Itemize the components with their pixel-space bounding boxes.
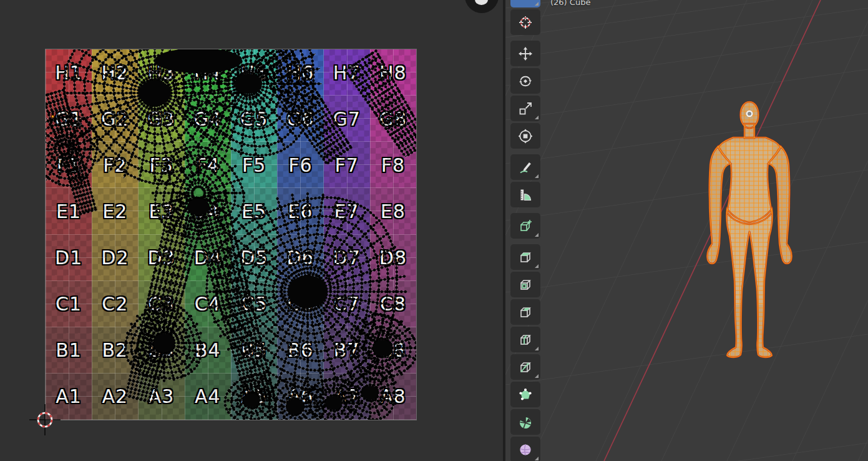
floor-grid-line (792, 0, 868, 461)
model-cube-edit-mode[interactable] (702, 99, 797, 361)
tool-loop-cut-button[interactable] (510, 327, 540, 352)
uv-mesh-dense-blob (187, 199, 210, 215)
scale-icon (518, 101, 533, 116)
floor-grid-line (505, 69, 868, 120)
floor-grid-line (858, 0, 868, 461)
uv-2d-cursor-icon[interactable] (29, 404, 61, 435)
tool-add-cube-button[interactable] (510, 213, 540, 239)
move-icon (518, 46, 533, 61)
add-cube-icon (518, 219, 533, 234)
tweak-select-icon (518, 0, 533, 2)
blender-window: H1H2H3H4H5H6H7H8G1G2G3G4G5G6G7G8F1F2F3F4… (0, 0, 868, 461)
tool-poly-build-button[interactable] (510, 382, 540, 407)
tool-spin-button[interactable] (510, 409, 540, 435)
floor-grid-line (505, 170, 868, 221)
smooth-icon (518, 442, 533, 457)
transform-icon (518, 129, 533, 144)
uv-mesh-dense-blob (139, 81, 171, 106)
viewport-toolbar (510, 0, 540, 461)
tool-bevel-button[interactable] (510, 299, 540, 325)
floor-grid-line (505, 443, 868, 461)
floor-grid-line (505, 113, 868, 164)
uv-mesh-dense-blob (243, 394, 260, 407)
tool-knife-button[interactable] (510, 354, 540, 380)
uv-mesh-dense-blob (154, 334, 175, 352)
viewport-header-text: (26) Cube (550, 0, 590, 7)
tool-scale-button[interactable] (510, 96, 540, 121)
tool-smooth-button[interactable] (510, 437, 540, 461)
submenu-corner-triangle-icon (535, 264, 539, 268)
measure-icon (518, 187, 533, 202)
uv-mesh-dense-blob (373, 340, 392, 356)
submenu-corner-triangle-icon (535, 233, 539, 237)
rotate-icon (518, 74, 533, 89)
submenu-corner-triangle-icon (535, 2, 539, 6)
tool-inset-faces-button[interactable] (510, 272, 540, 297)
model-forehead-marker-icon (747, 111, 752, 116)
tool-measure-button[interactable] (510, 182, 540, 207)
tool-annotate-button[interactable] (510, 154, 540, 180)
spin-icon (518, 415, 533, 430)
uv-selected-vertex[interactable] (51, 115, 54, 118)
cursor-icon (518, 15, 533, 30)
submenu-corner-triangle-icon (535, 457, 539, 460)
inset-faces-icon (518, 277, 533, 292)
floor-grid-line (505, 35, 868, 86)
uv-mesh-dense-blob (326, 396, 342, 410)
uv-mesh-dense-blob (286, 399, 305, 414)
submenu-corner-triangle-icon (535, 174, 539, 178)
submenu-corner-triangle-icon (535, 347, 539, 350)
bevel-icon (518, 305, 533, 320)
knife-icon (518, 360, 533, 375)
poly-build-icon (518, 387, 533, 402)
uv-mesh-dense-blob (362, 386, 378, 400)
annotate-icon (518, 160, 533, 175)
loop-cut-icon (518, 332, 533, 347)
uv-mesh-dense-blob (288, 275, 328, 308)
tool-tweak-select-button[interactable] (510, 0, 540, 7)
viewport-3d[interactable]: (26) Cube (505, 0, 868, 461)
extrude-region-icon (518, 250, 533, 265)
tool-cursor-button[interactable] (510, 9, 540, 35)
uv-mesh-dense-blob (235, 74, 262, 94)
tool-transform-button[interactable] (510, 123, 540, 149)
uv-mesh-layer-bead (46, 49, 416, 420)
tool-rotate-button[interactable] (510, 68, 540, 94)
tool-move-button[interactable] (510, 41, 540, 66)
submenu-corner-triangle-icon (535, 374, 539, 378)
uv-grid-image[interactable]: H1H2H3H4H5H6H7H8G1G2G3G4G5G6G7G8F1F2F3F4… (46, 49, 416, 420)
tool-extrude-region-button[interactable] (510, 244, 540, 270)
viewport-floor-grid (505, 0, 868, 461)
uv-editor[interactable]: H1H2H3H4H5H6H7H8G1G2G3G4G5G6G7G8F1F2F3F4… (0, 0, 503, 461)
submenu-corner-triangle-icon (535, 116, 539, 119)
floor-grid-line (505, 334, 868, 385)
uv-wireframe-overlay (46, 49, 416, 420)
